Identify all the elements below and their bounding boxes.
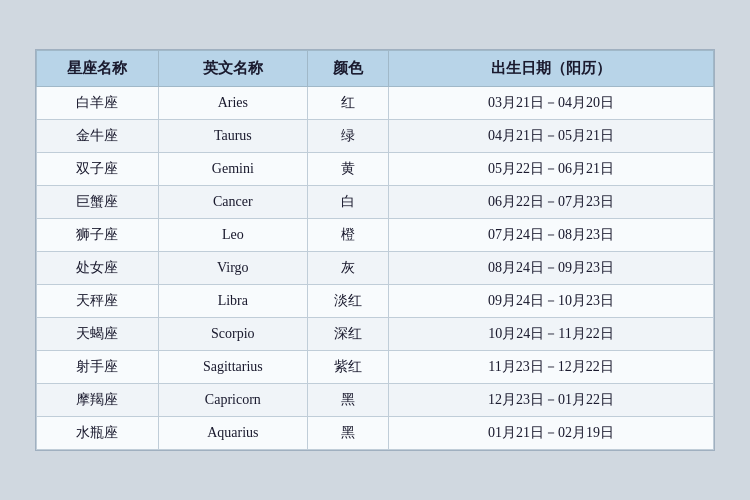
cell-en: Aries [158, 87, 307, 120]
header-date: 出生日期（阳历） [389, 51, 714, 87]
cell-date: 01月21日－02月19日 [389, 417, 714, 450]
cell-color: 淡红 [307, 285, 388, 318]
cell-color: 黑 [307, 417, 388, 450]
cell-date: 08月24日－09月23日 [389, 252, 714, 285]
header-cn: 星座名称 [37, 51, 159, 87]
cell-en: Sagittarius [158, 351, 307, 384]
table-row: 狮子座Leo橙07月24日－08月23日 [37, 219, 714, 252]
cell-en: Leo [158, 219, 307, 252]
cell-en: Aquarius [158, 417, 307, 450]
cell-en: Scorpio [158, 318, 307, 351]
cell-en: Virgo [158, 252, 307, 285]
table-row: 射手座Sagittarius紫红11月23日－12月22日 [37, 351, 714, 384]
cell-cn: 处女座 [37, 252, 159, 285]
cell-date: 12月23日－01月22日 [389, 384, 714, 417]
table-row: 白羊座Aries红03月21日－04月20日 [37, 87, 714, 120]
table-row: 天蝎座Scorpio深红10月24日－11月22日 [37, 318, 714, 351]
table-row: 金牛座Taurus绿04月21日－05月21日 [37, 120, 714, 153]
cell-cn: 天蝎座 [37, 318, 159, 351]
cell-cn: 巨蟹座 [37, 186, 159, 219]
cell-color: 红 [307, 87, 388, 120]
cell-color: 紫红 [307, 351, 388, 384]
cell-cn: 摩羯座 [37, 384, 159, 417]
table-body: 白羊座Aries红03月21日－04月20日金牛座Taurus绿04月21日－0… [37, 87, 714, 450]
cell-en: Capricorn [158, 384, 307, 417]
table-row: 摩羯座Capricorn黑12月23日－01月22日 [37, 384, 714, 417]
cell-cn: 天秤座 [37, 285, 159, 318]
cell-cn: 狮子座 [37, 219, 159, 252]
cell-date: 03月21日－04月20日 [389, 87, 714, 120]
zodiac-table: 星座名称 英文名称 颜色 出生日期（阳历） 白羊座Aries红03月21日－04… [36, 50, 714, 450]
table-row: 天秤座Libra淡红09月24日－10月23日 [37, 285, 714, 318]
cell-cn: 射手座 [37, 351, 159, 384]
cell-color: 白 [307, 186, 388, 219]
cell-en: Taurus [158, 120, 307, 153]
cell-cn: 双子座 [37, 153, 159, 186]
cell-date: 05月22日－06月21日 [389, 153, 714, 186]
cell-date: 10月24日－11月22日 [389, 318, 714, 351]
table-header-row: 星座名称 英文名称 颜色 出生日期（阳历） [37, 51, 714, 87]
zodiac-table-container: 星座名称 英文名称 颜色 出生日期（阳历） 白羊座Aries红03月21日－04… [35, 49, 715, 451]
table-row: 巨蟹座Cancer白06月22日－07月23日 [37, 186, 714, 219]
cell-date: 11月23日－12月22日 [389, 351, 714, 384]
cell-color: 深红 [307, 318, 388, 351]
cell-en: Libra [158, 285, 307, 318]
cell-date: 09月24日－10月23日 [389, 285, 714, 318]
cell-date: 07月24日－08月23日 [389, 219, 714, 252]
table-row: 水瓶座Aquarius黑01月21日－02月19日 [37, 417, 714, 450]
cell-cn: 金牛座 [37, 120, 159, 153]
header-en: 英文名称 [158, 51, 307, 87]
cell-cn: 白羊座 [37, 87, 159, 120]
cell-color: 橙 [307, 219, 388, 252]
table-row: 处女座Virgo灰08月24日－09月23日 [37, 252, 714, 285]
cell-color: 黑 [307, 384, 388, 417]
cell-date: 06月22日－07月23日 [389, 186, 714, 219]
table-row: 双子座Gemini黄05月22日－06月21日 [37, 153, 714, 186]
header-color: 颜色 [307, 51, 388, 87]
cell-date: 04月21日－05月21日 [389, 120, 714, 153]
cell-color: 灰 [307, 252, 388, 285]
cell-en: Cancer [158, 186, 307, 219]
cell-cn: 水瓶座 [37, 417, 159, 450]
cell-color: 绿 [307, 120, 388, 153]
cell-en: Gemini [158, 153, 307, 186]
cell-color: 黄 [307, 153, 388, 186]
